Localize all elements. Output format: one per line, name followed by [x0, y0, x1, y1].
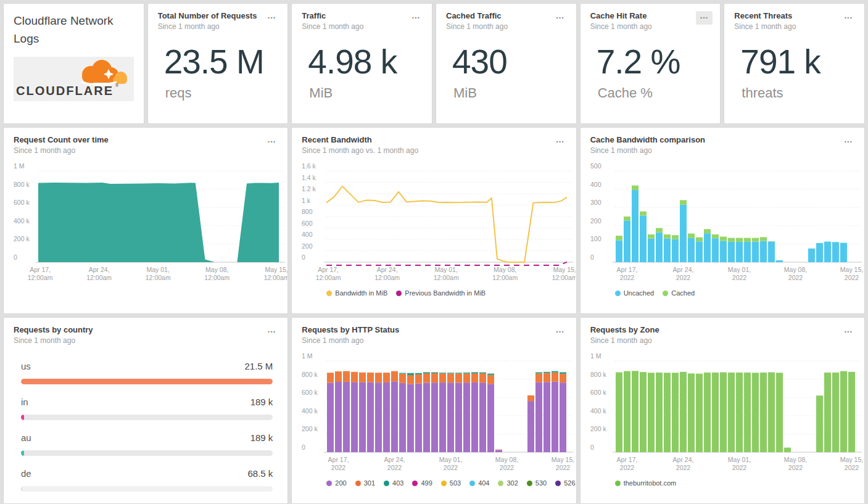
svg-text:2022: 2022: [444, 464, 458, 471]
svg-text:May 08,: May 08,: [494, 266, 516, 273]
svg-text:12:00am: 12:00am: [264, 274, 287, 281]
svg-text:2022: 2022: [556, 464, 571, 471]
legend-item[interactable]: 301: [355, 479, 375, 487]
panel-requests-by-country: Requests by country Since 1 month ago ⋯ …: [3, 317, 288, 504]
country-bar-fill: [21, 415, 24, 420]
country-row: au189 k: [21, 432, 273, 456]
legend-item[interactable]: Bandwidth in MiB: [326, 289, 387, 297]
http-status-stacked-bar-chart[interactable]: 1 M800 k600 k400 k200 k0Apr 17,2022Apr 2…: [292, 345, 576, 477]
svg-text:1.2 k: 1.2 k: [302, 185, 316, 192]
svg-text:400 k: 400 k: [14, 217, 30, 225]
zone-bar-chart[interactable]: 1 M800 k600 k400 k200 k0Apr 17,2022Apr 2…: [581, 345, 864, 477]
panel-header: Requests by HTTP Status Since 1 month ag…: [292, 318, 576, 345]
panel-subtitle: Since 1 month ago vs. 1 month ago: [302, 146, 418, 155]
panel-menu-icon[interactable]: ⋯: [263, 325, 280, 339]
legend-item[interactable]: 200: [326, 479, 346, 487]
country-row: in189 k: [21, 397, 273, 420]
svg-text:May 15,: May 15,: [265, 266, 287, 273]
country-label: us: [21, 361, 31, 371]
stat-value: 4.98 k: [308, 44, 432, 80]
svg-text:Apr 17,: Apr 17,: [328, 456, 349, 463]
legend-item[interactable]: Cached: [663, 289, 695, 297]
svg-text:May 15,: May 15,: [552, 456, 574, 463]
legend-dot: [441, 481, 447, 486]
panel-menu-icon[interactable]: ⋯: [408, 11, 424, 25]
legend-item[interactable]: 530: [527, 479, 547, 487]
country-bar-track: [21, 450, 273, 456]
stat-unit: MiB: [453, 85, 576, 101]
cloudflare-cloud-icon: [81, 60, 127, 85]
recent-bandwidth-line-chart[interactable]: 1.6 k1.4 k1.2 k1 k8006004002000Apr 17,12…: [292, 155, 576, 287]
legend-item[interactable]: 302: [498, 479, 518, 487]
registered-trademark-symbol: ®: [115, 83, 119, 88]
legend-item[interactable]: Previous Bandwidth in MiB: [396, 289, 486, 297]
svg-text:2022: 2022: [788, 464, 803, 471]
svg-text:May 01,: May 01,: [439, 456, 462, 463]
panel-title: Requests by Zone: [590, 325, 659, 334]
svg-text:Apr 17,: Apr 17,: [616, 266, 637, 273]
cache-bandwidth-bar-chart[interactable]: 5004003002001000Apr 17,2022Apr 24,2022Ma…: [581, 155, 864, 287]
legend-item[interactable]: 526: [555, 479, 575, 487]
svg-text:300: 300: [590, 199, 601, 206]
legend-label: 503: [450, 479, 461, 487]
panel-subtitle: Since 1 month ago: [590, 146, 705, 155]
panel-subtitle: Since 1 month ago: [302, 22, 363, 31]
svg-text:May 08,: May 08,: [495, 456, 518, 463]
svg-text:12:00am: 12:00am: [493, 274, 518, 281]
panel-subtitle: Since 1 month ago: [446, 22, 508, 31]
svg-text:May 15,: May 15,: [840, 456, 862, 463]
svg-text:0: 0: [302, 254, 305, 261]
legend-label: 526: [564, 479, 575, 487]
legend-item[interactable]: theburritobot.com: [615, 479, 677, 487]
panel-menu-icon[interactable]: ⋯: [552, 325, 569, 339]
svg-text:2022: 2022: [844, 274, 859, 281]
panel-header: Cache Hit Rate Since 1 month ago ⋯: [581, 4, 721, 31]
country-value: 189 k: [250, 432, 273, 443]
panel-requests-by-zone: Requests by Zone Since 1 month ago ⋯ 1 M…: [580, 317, 865, 504]
svg-text:1.6 k: 1.6 k: [302, 162, 316, 170]
legend-item[interactable]: Uncached: [615, 289, 655, 297]
panel-menu-icon[interactable]: ⋯: [696, 11, 713, 25]
svg-text:May 08,: May 08,: [783, 266, 806, 273]
panel-subtitle: Since 1 month ago: [302, 336, 399, 345]
svg-text:12:00am: 12:00am: [375, 274, 400, 281]
panel-menu-icon[interactable]: ⋯: [263, 11, 280, 25]
legend-dot: [615, 291, 621, 296]
country-bar-fill: [21, 486, 22, 492]
panel-menu-icon[interactable]: ⋯: [263, 135, 280, 149]
panel-menu-icon[interactable]: ⋯: [840, 135, 857, 149]
svg-text:0: 0: [590, 254, 594, 261]
cloudflare-logo-image: CLOUDFLARE ®: [15, 59, 132, 99]
svg-text:Apr 17,: Apr 17,: [318, 266, 339, 273]
panel-menu-icon[interactable]: ⋯: [840, 325, 857, 339]
panel-menu-icon[interactable]: ⋯: [552, 11, 569, 25]
dashboard: Cloudflare Network Logs CLOUDFLARE ®: [0, 0, 868, 504]
legend-label: 200: [335, 479, 346, 487]
svg-text:1 M: 1 M: [590, 352, 601, 360]
panel-title: Total Number of Requests: [158, 11, 257, 20]
panel-menu-icon[interactable]: ⋯: [840, 11, 857, 25]
legend-item[interactable]: 499: [412, 479, 432, 487]
request-count-area-chart[interactable]: 1 M800 k600 k400 k200 k0Apr 17,12:00amAp…: [4, 155, 287, 287]
chart-legend: 200301403499503404302530526524: [326, 479, 576, 487]
svg-text:2022: 2022: [676, 464, 690, 471]
legend-item[interactable]: 404: [469, 479, 489, 487]
svg-text:2022: 2022: [500, 464, 515, 471]
svg-text:May 15,: May 15,: [840, 266, 862, 273]
panel-header: Requests by country Since 1 month ago ⋯: [4, 318, 287, 345]
stat-unit: reqs: [165, 85, 288, 101]
legend-dot: [396, 291, 402, 296]
country-label: in: [21, 397, 28, 407]
svg-text:800 k: 800 k: [302, 371, 318, 378]
legend-label: Bandwidth in MiB: [335, 289, 387, 297]
svg-text:May 15,: May 15,: [553, 266, 576, 273]
panel-menu-icon[interactable]: ⋯: [552, 135, 569, 149]
svg-text:1 M: 1 M: [302, 352, 313, 360]
svg-text:Apr 24,: Apr 24,: [384, 456, 405, 463]
panel-title: Cached Traffic: [446, 11, 508, 20]
svg-text:12:00am: 12:00am: [146, 274, 171, 281]
panel-subtitle: Since 1 month ago: [590, 336, 659, 345]
legend-item[interactable]: 403: [384, 479, 403, 487]
legend-item[interactable]: 503: [441, 479, 461, 487]
panel-cache-bandwidth-comparison: Cache Bandwidth comparison Since 1 month…: [580, 127, 865, 314]
